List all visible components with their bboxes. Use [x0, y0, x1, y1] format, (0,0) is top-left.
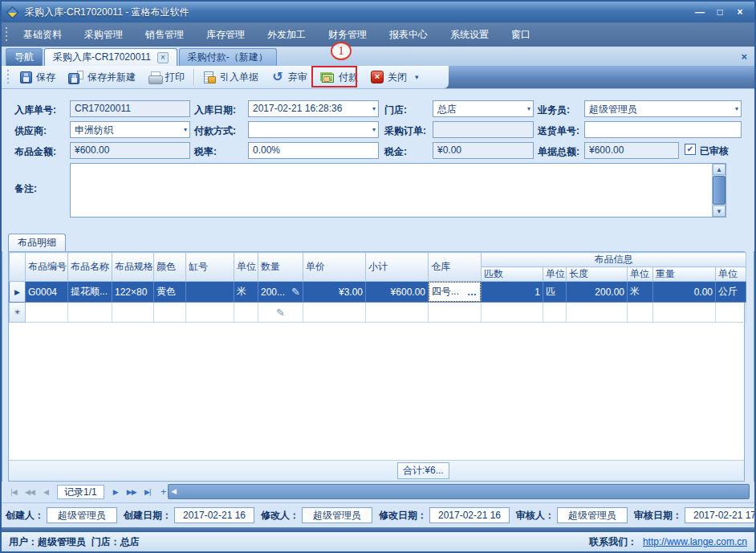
chevron-down-icon[interactable]: ▾ [527, 105, 530, 112]
minimize-icon[interactable]: — [692, 6, 708, 18]
scroll-left-icon[interactable]: ◀ [171, 487, 177, 495]
nav-prev-page-icon[interactable]: ◀◀ [22, 488, 37, 496]
cell-empty[interactable] [482, 303, 543, 323]
cell-empty[interactable] [366, 303, 429, 323]
cell-empty[interactable] [234, 303, 258, 323]
supplier-combo[interactable]: 申洲纺织 ▾ [70, 121, 190, 138]
cell-empty[interactable] [26, 303, 68, 323]
cell-fabric-spec[interactable]: 122×80 [112, 282, 154, 303]
col-header-warehouse[interactable]: 仓库 [429, 253, 482, 282]
tabbar-close-icon[interactable]: × [741, 51, 747, 63]
col-header-pieces-unit[interactable]: 单位 [543, 267, 567, 282]
cell-empty[interactable] [567, 303, 628, 323]
nav-last-icon[interactable]: ▶| [140, 488, 155, 496]
col-header-weight[interactable]: 重量 [653, 267, 716, 282]
remark-scrollbar[interactable]: ▲ ▼ [712, 164, 726, 217]
cell-empty[interactable] [154, 303, 186, 323]
print-button[interactable]: 打印 [142, 67, 191, 87]
col-header-fabric-name[interactable]: 布品名称 [68, 253, 112, 282]
table-row-selected[interactable]: ▶ G0004 提花顺... 122×80 黄色 米 200... ✎ ¥3.0… [10, 282, 746, 303]
menu-item-report-center[interactable]: 报表中心 [378, 22, 439, 47]
col-header-fabric-spec[interactable]: 布品规格 [112, 253, 154, 282]
menu-item-basic-data[interactable]: 基础资料 [12, 22, 73, 47]
col-header-unit-price[interactable]: 单价 [303, 253, 366, 282]
chevron-down-icon[interactable]: ▾ [372, 105, 376, 112]
cell-unit[interactable]: 米 [234, 282, 258, 303]
tab-purchase-payment[interactable]: 采购付款-（新建） [179, 48, 277, 66]
col-header-color[interactable]: 颜色 [154, 253, 186, 282]
website-link[interactable]: http://www.lange.com.cn [643, 536, 747, 547]
horizontal-scrollbar[interactable]: ◀ [168, 484, 750, 499]
cell-new-quantity[interactable]: ✎ [258, 303, 303, 323]
approved-checkbox[interactable]: ✔ [685, 144, 696, 155]
menu-item-purchase-mgmt[interactable]: 采购管理 [73, 22, 134, 47]
menu-item-sales-mgmt[interactable]: 销售管理 [134, 22, 195, 47]
cell-empty[interactable] [303, 303, 366, 323]
cell-fabric-name[interactable]: 提花顺... [68, 282, 112, 303]
tab-fabric-detail[interactable]: 布品明细 [8, 234, 66, 251]
pay-method-combo[interactable]: ▾ [248, 121, 379, 138]
cell-empty[interactable] [653, 303, 716, 323]
delivery-no-field[interactable] [584, 121, 742, 138]
menu-item-window[interactable]: 窗口 [500, 22, 542, 47]
close-dropdown-icon[interactable]: ▾ [415, 73, 419, 81]
cell-warehouse-editor[interactable]: 四号... … [429, 282, 482, 303]
menu-item-inventory-mgmt[interactable]: 库存管理 [195, 22, 256, 47]
salesman-combo[interactable]: 超级管理员 ▾ [584, 100, 742, 117]
scroll-up-icon[interactable]: ▲ [713, 164, 726, 175]
col-header-length-unit[interactable]: 单位 [628, 267, 653, 282]
cell-length-unit[interactable]: 米 [628, 282, 653, 303]
col-header-fabric-code[interactable]: 布品编号 [26, 253, 68, 282]
tax-rate-field[interactable]: 0.00% [248, 142, 379, 159]
tab-close-icon[interactable]: × [157, 52, 169, 63]
remark-input[interactable]: ▲ ▼ [70, 163, 726, 218]
col-header-dye-lot[interactable]: 缸号 [186, 253, 234, 282]
cell-weight[interactable]: 0.00 [653, 282, 716, 303]
table-row-new[interactable]: ✳ ✎ [10, 303, 746, 323]
tab-purchase-receipt[interactable]: 采购入库-CR17020011 × [44, 48, 177, 66]
cell-pieces-unit[interactable]: 匹 [543, 282, 567, 303]
cell-empty[interactable] [543, 303, 567, 323]
nav-next-page-icon[interactable]: ▶▶ [124, 488, 139, 496]
receipt-date-combo[interactable]: 2017-02-21 16:28:36 ▾ [248, 100, 379, 117]
cell-empty[interactable] [429, 303, 482, 323]
cell-empty[interactable] [186, 303, 234, 323]
unapprove-button[interactable]: ↺ 弃审 [265, 67, 314, 87]
cell-color[interactable]: 黄色 [154, 282, 186, 303]
menu-item-outsourcing[interactable]: 外发加工 [256, 22, 317, 47]
cell-weight-unit[interactable]: 公斤 [716, 282, 746, 303]
scrollbar-thumb[interactable] [713, 176, 726, 205]
col-header-pieces[interactable]: 匹数 [482, 267, 543, 282]
import-document-button[interactable]: 引入单据 [197, 67, 265, 87]
col-header-weight-unit[interactable]: 单位 [716, 267, 746, 282]
ellipsis-button[interactable]: … [467, 287, 478, 298]
nav-first-icon[interactable]: |◀ [6, 488, 21, 496]
cell-quantity[interactable]: 200... ✎ [258, 282, 303, 303]
chevron-down-icon[interactable]: ▾ [372, 126, 376, 133]
save-and-new-button[interactable]: 保存并新建 [62, 67, 142, 87]
col-header-subtotal[interactable]: 小计 [366, 253, 429, 282]
cell-empty[interactable] [68, 303, 112, 323]
cell-empty[interactable] [628, 303, 653, 323]
scroll-down-icon[interactable]: ▼ [713, 205, 726, 217]
close-document-button[interactable]: × 关闭 ▾ [364, 67, 425, 87]
cell-empty[interactable] [112, 303, 154, 323]
cell-unit-price[interactable]: ¥3.00 [303, 282, 366, 303]
menu-item-system-settings[interactable]: 系统设置 [439, 22, 500, 47]
col-header-length[interactable]: 长度 [567, 267, 628, 282]
col-header-quantity[interactable]: 数量 [258, 253, 303, 282]
nav-prev-icon[interactable]: ◀ [39, 488, 53, 496]
maximize-icon[interactable]: □ [712, 6, 728, 18]
store-combo[interactable]: 总店 ▾ [433, 100, 534, 117]
tab-navigation[interactable]: 导航 [6, 48, 43, 66]
chevron-down-icon[interactable]: ▾ [184, 126, 187, 133]
cell-dye-lot[interactable] [186, 282, 234, 303]
cell-length[interactable]: 200.00 [567, 282, 628, 303]
save-button[interactable]: 保存 [14, 67, 62, 87]
close-window-icon[interactable]: × [732, 6, 748, 18]
cell-subtotal[interactable]: ¥600.00 [366, 282, 429, 303]
chevron-down-icon[interactable]: ▾ [735, 105, 738, 112]
cell-pieces[interactable]: 1 [482, 282, 543, 303]
col-header-unit[interactable]: 单位 [234, 253, 258, 282]
nav-next-icon[interactable]: ▶ [108, 488, 123, 496]
